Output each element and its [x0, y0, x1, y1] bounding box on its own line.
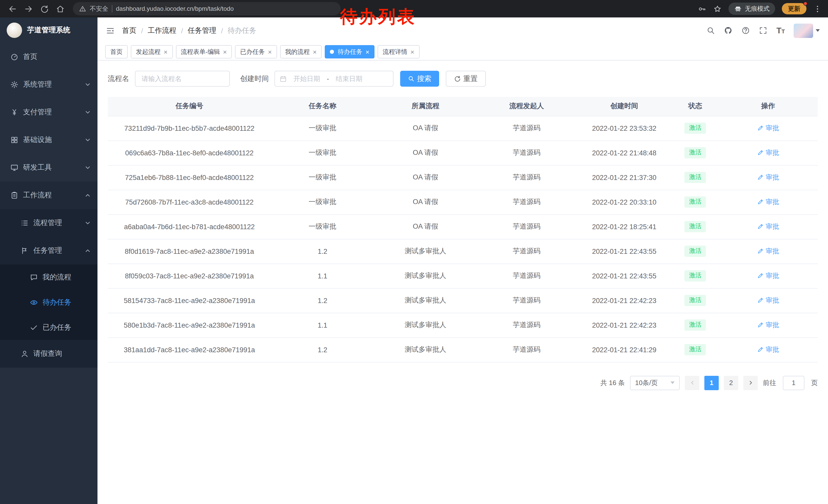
- tab-home[interactable]: 首页: [105, 45, 128, 58]
- reset-button[interactable]: 重置: [446, 71, 486, 87]
- browser-forward-button[interactable]: [21, 2, 36, 16]
- next-page-button[interactable]: [743, 375, 758, 390]
- browser-menu-icon[interactable]: [813, 4, 822, 13]
- sidebar-item-todo-tasks[interactable]: 待办任务: [0, 290, 97, 315]
- approve-link[interactable]: 审批: [757, 173, 779, 182]
- monitor-icon: [10, 164, 18, 172]
- password-key-icon[interactable]: [698, 4, 706, 13]
- sidebar-item-home[interactable]: 首页: [0, 43, 97, 71]
- close-icon[interactable]: ×: [223, 48, 227, 55]
- tab-process-detail[interactable]: 流程详情 ×: [378, 45, 419, 58]
- cell-task-name: 1.2: [271, 239, 374, 264]
- breadcrumb-item-task-management[interactable]: 任务管理: [188, 26, 216, 35]
- user-menu[interactable]: [794, 23, 820, 38]
- sidebar-item-done-tasks[interactable]: 已办任务: [0, 315, 97, 340]
- sidebar-item-leave-query[interactable]: 请假查询: [0, 340, 97, 368]
- security-label[interactable]: 不安全: [90, 4, 108, 13]
- approve-link[interactable]: 审批: [757, 345, 779, 354]
- cell-actions: 审批: [718, 239, 818, 264]
- chevron-down-icon: [85, 137, 90, 142]
- update-button[interactable]: 更新: [782, 3, 806, 14]
- cell-process: OA 请假: [374, 214, 477, 239]
- close-icon[interactable]: ×: [410, 48, 414, 55]
- chat-bubble-icon: [30, 273, 38, 281]
- cell-actions: 审批: [718, 165, 818, 190]
- create-time-label: 创建时间: [240, 74, 269, 83]
- tab-process-form-edit[interactable]: 流程表单-编辑 ×: [176, 45, 232, 58]
- edit-pen-icon: [757, 273, 763, 279]
- column-task-name: 任务名称: [271, 97, 374, 116]
- approve-link[interactable]: 审批: [757, 320, 779, 330]
- browser-back-button[interactable]: [5, 2, 20, 16]
- process-name-input[interactable]: [135, 71, 230, 87]
- cell-process: OA 请假: [374, 116, 477, 140]
- prev-page-button[interactable]: [685, 375, 699, 390]
- page-button-1[interactable]: 1: [704, 375, 719, 390]
- sidebar-item-label: 待办任务: [43, 297, 71, 307]
- tab-my-process[interactable]: 我的流程 ×: [280, 45, 322, 58]
- tab-todo-tasks[interactable]: 待办任务 ×: [325, 45, 374, 58]
- chevron-up-icon: [85, 193, 90, 198]
- approve-link[interactable]: 审批: [757, 246, 779, 256]
- yen-icon: [10, 108, 18, 117]
- sidebar-item-my-process[interactable]: 我的流程: [0, 265, 97, 290]
- search-button[interactable]: 搜索: [400, 71, 439, 87]
- chevron-down-icon: [85, 221, 90, 226]
- sidebar-item-process-management[interactable]: 流程管理: [0, 209, 97, 237]
- sidebar-item-task-management[interactable]: 任务管理: [0, 237, 97, 265]
- sidebar-item-system[interactable]: 系统管理: [0, 71, 97, 98]
- close-icon[interactable]: ×: [268, 48, 272, 55]
- sidebar-item-dev-tools[interactable]: 研发工具: [0, 154, 97, 182]
- approve-link[interactable]: 审批: [757, 296, 779, 305]
- page-button-2[interactable]: 2: [724, 375, 738, 390]
- fullscreen-icon[interactable]: [759, 26, 768, 35]
- breadcrumb-item-home[interactable]: 首页: [122, 26, 136, 35]
- bookmark-star-icon[interactable]: [713, 4, 722, 13]
- browser-home-button[interactable]: [53, 2, 68, 16]
- chevron-down-icon: [85, 165, 90, 170]
- date-range-picker[interactable]: -: [275, 71, 394, 87]
- sidebar-item-payment[interactable]: 支付管理: [0, 98, 97, 126]
- browser-refresh-button[interactable]: [37, 2, 52, 16]
- approve-link[interactable]: 审批: [757, 124, 779, 133]
- cell-status: 激活: [672, 313, 718, 337]
- close-icon[interactable]: ×: [164, 48, 167, 55]
- cell-task-id: 580e1b3d-7ac8-11ec-a9e2-a2380e71991a: [108, 313, 271, 337]
- cell-task-name: 1.1: [271, 313, 374, 337]
- chevron-down-icon: [816, 29, 820, 32]
- sidebar-item-workflow[interactable]: 工作流程: [0, 182, 97, 209]
- edit-pen-icon: [757, 174, 763, 181]
- close-icon[interactable]: ×: [313, 48, 317, 55]
- cell-status: 激活: [672, 214, 718, 239]
- tab-start-process[interactable]: 发起流程 ×: [131, 45, 173, 58]
- avatar[interactable]: [794, 23, 813, 38]
- approve-link[interactable]: 审批: [757, 197, 779, 207]
- cell-initiator: 芋道源码: [477, 140, 576, 165]
- cell-status: 激活: [672, 264, 718, 288]
- font-size-icon[interactable]: TT: [777, 27, 785, 35]
- edit-pen-icon: [757, 125, 763, 132]
- chevron-down-icon: [85, 82, 90, 87]
- goto-page-input[interactable]: [783, 375, 804, 390]
- sidebar-collapse-button[interactable]: [106, 26, 115, 35]
- cell-create-time: 2022-01-21 22:41:29: [576, 337, 672, 362]
- address-bar[interactable]: 不安全 dashboard.yudao.iocoder.cn/bpm/task/…: [73, 2, 341, 15]
- cell-process: 测试多审批人: [374, 264, 477, 288]
- tab-done-tasks[interactable]: 已办任务 ×: [235, 45, 277, 58]
- close-icon[interactable]: ×: [366, 48, 369, 55]
- table-row: 8f059c03-7ac8-11ec-a9e2-a2380e71991a 1.1…: [108, 264, 818, 288]
- page-size-select[interactable]: 10条/页: [630, 375, 680, 390]
- help-icon[interactable]: [742, 26, 750, 35]
- approve-link[interactable]: 审批: [757, 148, 779, 157]
- search-icon[interactable]: [707, 26, 715, 35]
- start-date-input[interactable]: [290, 75, 324, 83]
- github-icon[interactable]: [724, 26, 733, 35]
- cell-process: 测试多审批人: [374, 313, 477, 337]
- sidebar-item-infrastructure[interactable]: 基础设施: [0, 126, 97, 154]
- end-date-input[interactable]: [332, 75, 366, 83]
- gear-icon: [10, 81, 18, 89]
- breadcrumb-item-workflow[interactable]: 工作流程: [148, 26, 176, 35]
- approve-link[interactable]: 审批: [757, 222, 779, 231]
- breadcrumb-separator: /: [221, 27, 223, 35]
- approve-link[interactable]: 审批: [757, 271, 779, 280]
